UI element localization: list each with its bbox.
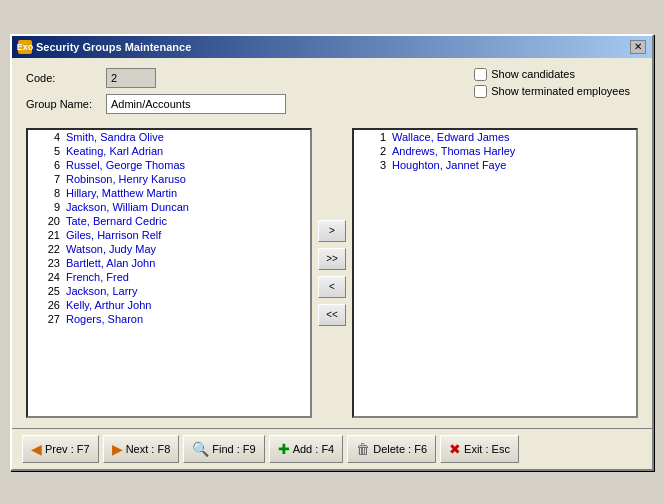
code-row: Code: bbox=[26, 68, 286, 88]
lists-area: 4Smith, Sandra Olive5Keating, Karl Adria… bbox=[26, 128, 638, 418]
code-input[interactable] bbox=[106, 68, 156, 88]
prev-label: Prev : F7 bbox=[45, 443, 90, 455]
members-list[interactable]: 1Wallace, Edward James2Andrews, Thomas H… bbox=[352, 128, 638, 418]
item-number: 6 bbox=[32, 159, 60, 171]
item-number: 3 bbox=[358, 159, 386, 171]
move-all-right-button[interactable]: >> bbox=[318, 248, 346, 270]
list-item[interactable]: 4Smith, Sandra Olive bbox=[28, 130, 310, 144]
list-item[interactable]: 23Bartlett, Alan John bbox=[28, 256, 310, 270]
show-candidates-row: Show candidates bbox=[474, 68, 630, 81]
show-terminated-label: Show terminated employees bbox=[491, 85, 630, 97]
list-item[interactable]: 25Jackson, Larry bbox=[28, 284, 310, 298]
main-window: Exo Security Groups Maintenance ✕ Code: … bbox=[10, 34, 654, 471]
item-name: Andrews, Thomas Harley bbox=[392, 145, 515, 157]
item-number: 21 bbox=[32, 229, 60, 241]
item-number: 2 bbox=[358, 145, 386, 157]
add-label: Add : F4 bbox=[293, 443, 335, 455]
item-number: 25 bbox=[32, 285, 60, 297]
list-item[interactable]: 2Andrews, Thomas Harley bbox=[354, 144, 636, 158]
window-title: Security Groups Maintenance bbox=[36, 41, 191, 53]
list-item[interactable]: 6Russel, George Thomas bbox=[28, 158, 310, 172]
list-item[interactable]: 9Jackson, William Duncan bbox=[28, 200, 310, 214]
item-name: Wallace, Edward James bbox=[392, 131, 510, 143]
item-name: Jackson, Larry bbox=[66, 285, 138, 297]
list-item[interactable]: 8Hillary, Matthew Martin bbox=[28, 186, 310, 200]
add-button[interactable]: ✚ Add : F4 bbox=[269, 435, 344, 463]
list-item[interactable]: 22Watson, Judy May bbox=[28, 242, 310, 256]
item-name: Kelly, Arthur John bbox=[66, 299, 151, 311]
item-number: 27 bbox=[32, 313, 60, 325]
move-all-left-button[interactable]: << bbox=[318, 304, 346, 326]
show-candidates-checkbox[interactable] bbox=[474, 68, 487, 81]
item-name: Houghton, Jannet Faye bbox=[392, 159, 506, 171]
item-name: Smith, Sandra Olive bbox=[66, 131, 164, 143]
item-name: Rogers, Sharon bbox=[66, 313, 143, 325]
delete-button[interactable]: 🗑 Delete : F6 bbox=[347, 435, 436, 463]
prev-icon: ◀ bbox=[31, 441, 42, 457]
item-name: Watson, Judy May bbox=[66, 243, 156, 255]
add-icon: ✚ bbox=[278, 441, 290, 457]
item-number: 5 bbox=[32, 145, 60, 157]
item-number: 1 bbox=[358, 131, 386, 143]
item-number: 7 bbox=[32, 173, 60, 185]
list-item[interactable]: 5Keating, Karl Adrian bbox=[28, 144, 310, 158]
item-number: 9 bbox=[32, 201, 60, 213]
exit-icon: ✖ bbox=[449, 441, 461, 457]
next-label: Next : F8 bbox=[126, 443, 171, 455]
item-number: 26 bbox=[32, 299, 60, 311]
titlebar-left: Exo Security Groups Maintenance bbox=[18, 40, 191, 54]
list-item[interactable]: 27Rogers, Sharon bbox=[28, 312, 310, 326]
delete-icon: 🗑 bbox=[356, 441, 370, 457]
item-number: 22 bbox=[32, 243, 60, 255]
list-item[interactable]: 20Tate, Bernard Cedric bbox=[28, 214, 310, 228]
find-label: Find : F9 bbox=[212, 443, 255, 455]
show-terminated-row: Show terminated employees bbox=[474, 85, 630, 98]
item-number: 8 bbox=[32, 187, 60, 199]
item-name: Giles, Harrison Relf bbox=[66, 229, 161, 241]
exit-button[interactable]: ✖ Exit : Esc bbox=[440, 435, 519, 463]
list-item[interactable]: 1Wallace, Edward James bbox=[354, 130, 636, 144]
group-name-input[interactable] bbox=[106, 94, 286, 114]
exit-label: Exit : Esc bbox=[464, 443, 510, 455]
item-name: Jackson, William Duncan bbox=[66, 201, 189, 213]
list-item[interactable]: 7Robinson, Henry Karuso bbox=[28, 172, 310, 186]
content-area: Code: Group Name: Show candidates Show t… bbox=[12, 58, 652, 428]
delete-label: Delete : F6 bbox=[373, 443, 427, 455]
app-icon: Exo bbox=[18, 40, 32, 54]
item-number: 24 bbox=[32, 271, 60, 283]
checkboxes-area: Show candidates Show terminated employee… bbox=[474, 68, 638, 98]
list-item[interactable]: 3Houghton, Jannet Faye bbox=[354, 158, 636, 172]
move-left-button[interactable]: < bbox=[318, 276, 346, 298]
toolbar: ◀ Prev : F7 ▶ Next : F8 🔍 Find : F9 ✚ Ad… bbox=[12, 428, 652, 469]
list-item[interactable]: 24French, Fred bbox=[28, 270, 310, 284]
list-item[interactable]: 26Kelly, Arthur John bbox=[28, 298, 310, 312]
group-name-label: Group Name: bbox=[26, 98, 106, 110]
titlebar: Exo Security Groups Maintenance ✕ bbox=[12, 36, 652, 58]
list-item[interactable]: 21Giles, Harrison Relf bbox=[28, 228, 310, 242]
code-label: Code: bbox=[26, 72, 106, 84]
item-name: Keating, Karl Adrian bbox=[66, 145, 163, 157]
candidates-list[interactable]: 4Smith, Sandra Olive5Keating, Karl Adria… bbox=[26, 128, 312, 418]
next-icon: ▶ bbox=[112, 441, 123, 457]
item-number: 20 bbox=[32, 215, 60, 227]
item-number: 23 bbox=[32, 257, 60, 269]
form-fields: Code: Group Name: bbox=[26, 68, 286, 120]
item-name: Bartlett, Alan John bbox=[66, 257, 155, 269]
prev-button[interactable]: ◀ Prev : F7 bbox=[22, 435, 99, 463]
find-button[interactable]: 🔍 Find : F9 bbox=[183, 435, 264, 463]
item-number: 4 bbox=[32, 131, 60, 143]
show-terminated-checkbox[interactable] bbox=[474, 85, 487, 98]
item-name: Tate, Bernard Cedric bbox=[66, 215, 167, 227]
item-name: French, Fred bbox=[66, 271, 129, 283]
close-button[interactable]: ✕ bbox=[630, 40, 646, 54]
item-name: Russel, George Thomas bbox=[66, 159, 185, 171]
arrows-column: > >> < << bbox=[312, 128, 352, 418]
item-name: Robinson, Henry Karuso bbox=[66, 173, 186, 185]
show-candidates-label: Show candidates bbox=[491, 68, 575, 80]
next-button[interactable]: ▶ Next : F8 bbox=[103, 435, 180, 463]
item-name: Hillary, Matthew Martin bbox=[66, 187, 177, 199]
group-name-row: Group Name: bbox=[26, 94, 286, 114]
find-icon: 🔍 bbox=[192, 441, 209, 457]
move-right-button[interactable]: > bbox=[318, 220, 346, 242]
